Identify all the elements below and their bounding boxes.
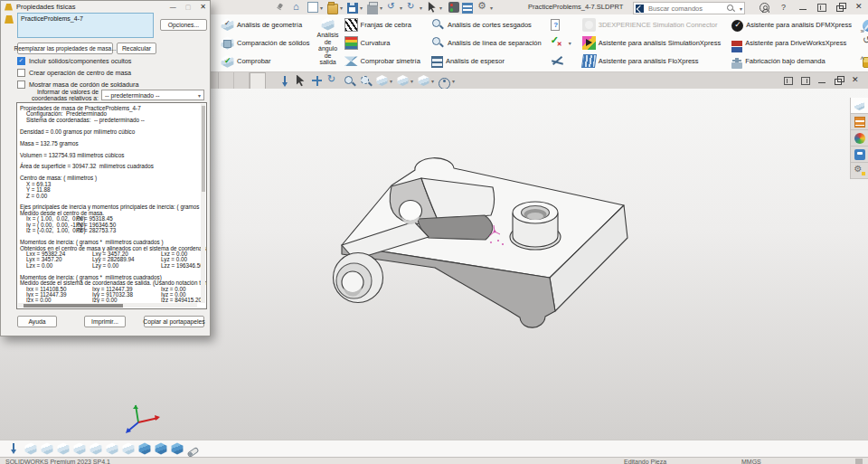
results-horizontal-scrollbar[interactable] (18, 303, 197, 308)
ribbon-asistente-para-analisis-simulationxpress[interactable]: Asistente para análisis SimulationXpress (580, 34, 723, 52)
document-title: PracticeProblems_4-7.SLDPRT (528, 3, 623, 11)
hud-pan[interactable] (311, 75, 323, 87)
qat-home[interactable] (291, 1, 304, 14)
ribbon-curvatura[interactable]: Curvatura (342, 34, 423, 52)
qat-save[interactable] (346, 1, 363, 14)
selected-item-field[interactable]: PracticeProblems_4-7 (17, 13, 154, 38)
ribbon-measure-angle[interactable] (549, 52, 573, 70)
ribbon-analisis-de-linea-de-separacion[interactable]: Análisis de línea de separación (429, 34, 544, 52)
qat-print[interactable] (366, 1, 383, 14)
ribbon-comprobar-simetria[interactable]: Comprobar simetría (342, 52, 423, 70)
doc-restore-icon[interactable] (835, 76, 844, 85)
view-axis-normal[interactable] (7, 442, 21, 456)
print-button[interactable]: Imprimir... (84, 316, 126, 327)
view-viewcube[interactable] (57, 442, 70, 455)
status-units[interactable]: MMGS (741, 459, 761, 464)
tab-solidworks-cam-tbm[interactable] (219, 72, 234, 89)
hud-select-cursor[interactable] (295, 75, 307, 87)
taskpane-forum[interactable] (851, 147, 868, 163)
ribbon-asistente-para-analisis-dfmxpress[interactable]: Asistente para análisis DFMXpress (729, 16, 854, 33)
coord-system-dropdown[interactable]: -- predeterminado -- (101, 90, 204, 100)
ribbon-asistente-para-analisis-floxpress[interactable]: Asistente para análisis FloXpress (580, 52, 723, 70)
hud-triad[interactable] (278, 75, 290, 87)
minimize-icon[interactable] (799, 2, 807, 13)
taskpane-design-library[interactable] (851, 114, 868, 130)
taskpane-custom-props[interactable] (851, 163, 868, 179)
ribbon-franjas-de-cebra[interactable]: Franjas de cebra (342, 16, 423, 33)
qat-redo[interactable] (406, 1, 423, 14)
override-mass-button[interactable]: Reemplazar las propiedades de masa... (17, 43, 113, 54)
right-pane-toggle-icon[interactable] (801, 77, 810, 85)
hud-rotate-view[interactable] (327, 75, 339, 87)
status-icon (855, 459, 863, 464)
qat-options-gear[interactable] (476, 1, 494, 14)
checkbox-box[interactable] (17, 57, 25, 65)
command-search[interactable] (633, 2, 745, 14)
dialog-minimize-icon[interactable] (170, 3, 176, 11)
ribbon-3dexperience-simulation-connector[interactable]: 3DEXPERIENCE Simulation Connector (580, 16, 723, 33)
account-icon[interactable] (760, 3, 769, 13)
dialog-close-icon[interactable] (200, 3, 206, 11)
hud-display-style[interactable] (418, 75, 434, 87)
search-input[interactable] (646, 4, 724, 14)
checkbox-box[interactable] (17, 69, 25, 77)
checkbox-incluir-solidos-componentes-ocultos[interactable]: Incluir sólidos/componentes ocultos (17, 57, 131, 65)
hud-view-orient[interactable] (397, 75, 413, 87)
search-icon[interactable] (727, 5, 735, 13)
results-vertical-scrollbar[interactable] (201, 104, 205, 303)
qat-display-settings[interactable] (461, 1, 474, 14)
qat-open-folder[interactable] (326, 1, 344, 14)
ribbon-fabricacion-bajo-demanda[interactable]: Fabricación bajo demanda (729, 52, 854, 70)
pin-menubar-icon[interactable] (276, 4, 283, 11)
restore-icon[interactable] (836, 3, 845, 12)
checkbox-crear-operacion-de-centro-de-masa[interactable]: Crear operación de centro de masa (17, 69, 131, 77)
dialog-titlebar[interactable]: Propiedades físicas (1, 1, 210, 13)
tab-simulation[interactable] (234, 72, 250, 89)
tab-preparacion-del-analisis[interactable] (250, 72, 266, 89)
view-viewcube[interactable] (106, 442, 118, 455)
view-viewcube[interactable] (24, 442, 37, 455)
qat-select-cursor[interactable] (426, 1, 443, 14)
hud-zoom-fit[interactable] (344, 75, 355, 87)
view-viewcube-solid[interactable] (138, 442, 151, 455)
search-dropdown-icon[interactable] (738, 5, 742, 13)
view-eraser[interactable] (187, 446, 199, 451)
qat-new-doc[interactable] (307, 1, 324, 14)
draft-analysis-button[interactable]: Análisis de ángulo de salida (316, 14, 338, 71)
doc-minimize-icon[interactable] (818, 75, 826, 86)
recalculate-button[interactable]: Recalcular (117, 43, 156, 54)
ribbon-analisis-de-cortes-sesgados[interactable]: Análisis de cortes sesgados (429, 16, 544, 33)
left-pane-toggle-icon[interactable] (784, 77, 793, 85)
ribbon-button-label: Curvatura (361, 39, 391, 47)
view-viewcube-solid[interactable] (155, 442, 167, 455)
pane-toggle-icon[interactable] (817, 4, 826, 12)
ribbon-analisis-de-espesor[interactable]: Análisis de espesor (429, 52, 544, 70)
options-button[interactable]: Opciones... (160, 19, 207, 31)
doc-close-icon[interactable] (852, 76, 861, 85)
document-window-controls (784, 72, 868, 89)
hud-section-view[interactable] (376, 75, 392, 87)
view-viewcube-solid[interactable] (171, 442, 184, 455)
ribbon-asistente-para-driveworksxpress[interactable]: Asistente para DriveWorksXpress (729, 34, 854, 52)
view-viewcube[interactable] (122, 442, 135, 455)
ribbon-analisis-de-geometria[interactable]: Análisis de geometría (218, 16, 312, 33)
view-viewcube[interactable] (73, 442, 86, 455)
qat-rebuild-traffic[interactable] (446, 1, 458, 14)
help-icon[interactable] (779, 3, 789, 13)
help-button[interactable]: Ayuda (17, 316, 57, 327)
qat-undo[interactable] (386, 1, 403, 14)
ribbon-check-entity[interactable] (549, 34, 573, 52)
view-viewcube[interactable] (41, 442, 53, 455)
hud-hide-show[interactable] (439, 75, 455, 87)
taskpane-appearances[interactable] (851, 130, 868, 147)
ribbon-comprobar[interactable]: Comprobar (218, 52, 312, 70)
ribbon-import-diag[interactable] (549, 16, 573, 33)
checkbox-mostrar-masa-de-cordon-de-soldadura[interactable]: Mostrar masa de cordón de soldadura (17, 80, 138, 89)
hud-zoom-area[interactable] (360, 75, 372, 87)
view-viewcube[interactable] (90, 442, 102, 455)
close-icon[interactable] (855, 3, 864, 12)
checkbox-box[interactable] (17, 80, 25, 89)
ribbon-comparacion-de-solidos[interactable]: Comparación de sólidos (218, 34, 312, 52)
copy-to-clipboard-button[interactable]: Copiar al portapapeles (144, 316, 204, 327)
taskpane-resources[interactable] (851, 98, 868, 114)
